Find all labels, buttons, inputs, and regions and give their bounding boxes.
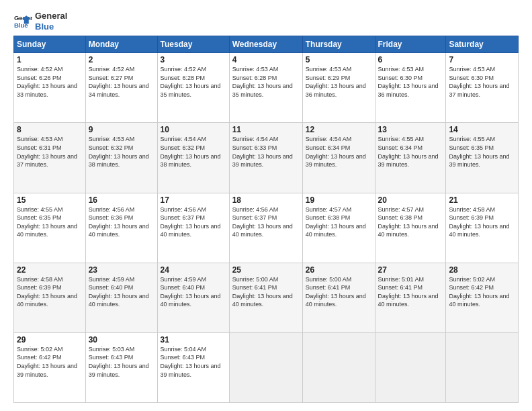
calendar-week-row: 1 Sunrise: 4:52 AMSunset: 6:26 PMDayligh…	[14, 53, 519, 123]
day-number: 10	[161, 125, 226, 134]
calendar-day-header: Friday	[375, 36, 446, 53]
day-number: 20	[378, 195, 443, 205]
logo: General Blue General Blue	[13, 11, 67, 32]
calendar-table: SundayMondayTuesdayWednesdayThursdayFrid…	[13, 36, 519, 403]
day-number: 22	[17, 265, 83, 275]
day-info: Sunrise: 4:52 AMSunset: 6:27 PMDaylight:…	[89, 65, 154, 99]
page: General Blue General Blue SundayMondayTu…	[0, 0, 532, 411]
day-number: 25	[232, 265, 300, 275]
calendar-day-cell: 15 Sunrise: 4:55 AMSunset: 6:35 PMDaylig…	[14, 193, 86, 263]
calendar-day-cell: 6 Sunrise: 4:53 AMSunset: 6:30 PMDayligh…	[375, 53, 446, 123]
calendar-day-cell: 26 Sunrise: 5:00 AMSunset: 6:41 PMDaylig…	[302, 263, 375, 332]
day-number: 16	[89, 195, 154, 205]
calendar-day-header: Tuesday	[157, 36, 229, 53]
calendar-day-cell: 27 Sunrise: 5:01 AMSunset: 6:41 PMDaylig…	[375, 263, 446, 332]
calendar-day-cell: 29 Sunrise: 5:02 AMSunset: 6:42 PMDaylig…	[14, 332, 86, 402]
day-number: 31	[161, 335, 226, 345]
calendar-day-cell: 3 Sunrise: 4:52 AMSunset: 6:28 PMDayligh…	[157, 53, 229, 123]
day-number: 28	[449, 265, 515, 275]
calendar-day-cell	[446, 332, 519, 402]
day-info: Sunrise: 4:53 AMSunset: 6:31 PMDaylight:…	[17, 135, 83, 169]
calendar-day-cell: 1 Sunrise: 4:52 AMSunset: 6:26 PMDayligh…	[14, 53, 86, 123]
day-info: Sunrise: 4:57 AMSunset: 6:38 PMDaylight:…	[378, 205, 443, 239]
day-number: 13	[378, 125, 443, 134]
day-info: Sunrise: 5:01 AMSunset: 6:41 PMDaylight:…	[378, 275, 443, 309]
day-info: Sunrise: 4:56 AMSunset: 6:36 PMDaylight:…	[89, 205, 154, 239]
day-number: 5	[306, 55, 372, 64]
calendar-day-cell: 19 Sunrise: 4:57 AMSunset: 6:38 PMDaylig…	[302, 193, 375, 263]
day-info: Sunrise: 4:55 AMSunset: 6:34 PMDaylight:…	[378, 135, 443, 169]
day-number: 23	[89, 265, 154, 275]
day-number: 3	[161, 55, 226, 64]
calendar-day-cell: 23 Sunrise: 4:59 AMSunset: 6:40 PMDaylig…	[85, 263, 157, 332]
day-info: Sunrise: 4:59 AMSunset: 6:40 PMDaylight:…	[89, 275, 154, 309]
day-number: 24	[161, 265, 226, 275]
calendar-day-cell: 18 Sunrise: 4:56 AMSunset: 6:37 PMDaylig…	[229, 193, 302, 263]
day-info: Sunrise: 4:53 AMSunset: 6:29 PMDaylight:…	[306, 65, 372, 99]
calendar-day-cell: 11 Sunrise: 4:54 AMSunset: 6:33 PMDaylig…	[229, 123, 302, 193]
day-info: Sunrise: 4:56 AMSunset: 6:37 PMDaylight:…	[161, 205, 226, 239]
day-number: 6	[378, 55, 443, 64]
calendar-day-cell	[375, 332, 446, 402]
calendar-day-cell: 28 Sunrise: 5:02 AMSunset: 6:42 PMDaylig…	[446, 263, 519, 332]
day-info: Sunrise: 5:00 AMSunset: 6:41 PMDaylight:…	[232, 275, 300, 309]
calendar-day-cell: 30 Sunrise: 5:03 AMSunset: 6:43 PMDaylig…	[85, 332, 157, 402]
day-info: Sunrise: 4:58 AMSunset: 6:39 PMDaylight:…	[449, 205, 515, 239]
day-number: 9	[89, 125, 154, 134]
calendar-day-header: Thursday	[302, 36, 375, 53]
calendar-day-cell	[229, 332, 302, 402]
logo-blue: Blue	[35, 21, 67, 32]
calendar-week-row: 8 Sunrise: 4:53 AMSunset: 6:31 PMDayligh…	[14, 123, 519, 193]
day-info: Sunrise: 5:04 AMSunset: 6:43 PMDaylight:…	[161, 345, 226, 379]
calendar-day-cell: 13 Sunrise: 4:55 AMSunset: 6:34 PMDaylig…	[375, 123, 446, 193]
day-number: 29	[17, 335, 83, 345]
day-info: Sunrise: 4:53 AMSunset: 6:30 PMDaylight:…	[449, 65, 515, 99]
day-number: 18	[232, 195, 300, 205]
day-number: 21	[449, 195, 515, 205]
day-info: Sunrise: 4:53 AMSunset: 6:28 PMDaylight:…	[232, 65, 300, 99]
day-info: Sunrise: 4:59 AMSunset: 6:40 PMDaylight:…	[161, 275, 226, 309]
calendar-day-cell: 25 Sunrise: 5:00 AMSunset: 6:41 PMDaylig…	[229, 263, 302, 332]
day-number: 17	[161, 195, 226, 205]
calendar-day-cell: 8 Sunrise: 4:53 AMSunset: 6:31 PMDayligh…	[14, 123, 86, 193]
calendar-day-header: Monday	[85, 36, 157, 53]
calendar-day-cell: 22 Sunrise: 4:58 AMSunset: 6:39 PMDaylig…	[14, 263, 86, 332]
day-number: 4	[232, 55, 300, 64]
day-number: 7	[449, 55, 515, 64]
calendar-day-cell: 10 Sunrise: 4:54 AMSunset: 6:32 PMDaylig…	[157, 123, 229, 193]
day-info: Sunrise: 4:56 AMSunset: 6:37 PMDaylight:…	[232, 205, 300, 239]
logo-general: General	[35, 11, 67, 21]
calendar-day-cell: 12 Sunrise: 4:54 AMSunset: 6:34 PMDaylig…	[302, 123, 375, 193]
calendar-day-cell: 31 Sunrise: 5:04 AMSunset: 6:43 PMDaylig…	[157, 332, 229, 402]
day-info: Sunrise: 4:53 AMSunset: 6:32 PMDaylight:…	[89, 135, 154, 169]
calendar-header-row: SundayMondayTuesdayWednesdayThursdayFrid…	[14, 36, 519, 53]
calendar-day-cell: 17 Sunrise: 4:56 AMSunset: 6:37 PMDaylig…	[157, 193, 229, 263]
calendar-day-cell: 20 Sunrise: 4:57 AMSunset: 6:38 PMDaylig…	[375, 193, 446, 263]
day-info: Sunrise: 5:02 AMSunset: 6:42 PMDaylight:…	[449, 275, 515, 309]
calendar-day-cell: 4 Sunrise: 4:53 AMSunset: 6:28 PMDayligh…	[229, 53, 302, 123]
svg-text:General: General	[14, 14, 32, 21]
day-info: Sunrise: 4:52 AMSunset: 6:26 PMDaylight:…	[17, 65, 83, 99]
day-number: 14	[449, 125, 515, 134]
calendar-day-cell: 5 Sunrise: 4:53 AMSunset: 6:29 PMDayligh…	[302, 53, 375, 123]
day-info: Sunrise: 5:02 AMSunset: 6:42 PMDaylight:…	[17, 345, 83, 379]
header: General Blue General Blue	[13, 11, 519, 32]
calendar-week-row: 15 Sunrise: 4:55 AMSunset: 6:35 PMDaylig…	[14, 193, 519, 263]
calendar-day-cell: 9 Sunrise: 4:53 AMSunset: 6:32 PMDayligh…	[85, 123, 157, 193]
day-info: Sunrise: 5:00 AMSunset: 6:41 PMDaylight:…	[306, 275, 372, 309]
day-info: Sunrise: 4:54 AMSunset: 6:33 PMDaylight:…	[232, 135, 300, 169]
day-number: 11	[232, 125, 300, 134]
day-info: Sunrise: 4:52 AMSunset: 6:28 PMDaylight:…	[161, 65, 226, 99]
day-info: Sunrise: 4:58 AMSunset: 6:39 PMDaylight:…	[17, 275, 83, 309]
day-number: 8	[17, 125, 83, 134]
day-number: 26	[306, 265, 372, 275]
day-info: Sunrise: 5:03 AMSunset: 6:43 PMDaylight:…	[89, 345, 154, 379]
calendar-day-header: Sunday	[14, 36, 86, 53]
day-info: Sunrise: 4:57 AMSunset: 6:38 PMDaylight:…	[306, 205, 372, 239]
calendar-week-row: 22 Sunrise: 4:58 AMSunset: 6:39 PMDaylig…	[14, 263, 519, 332]
calendar-day-header: Wednesday	[229, 36, 302, 53]
day-info: Sunrise: 4:53 AMSunset: 6:30 PMDaylight:…	[378, 65, 443, 99]
day-number: 19	[306, 195, 372, 205]
calendar-day-header: Saturday	[446, 36, 519, 53]
calendar-day-cell: 16 Sunrise: 4:56 AMSunset: 6:36 PMDaylig…	[85, 193, 157, 263]
